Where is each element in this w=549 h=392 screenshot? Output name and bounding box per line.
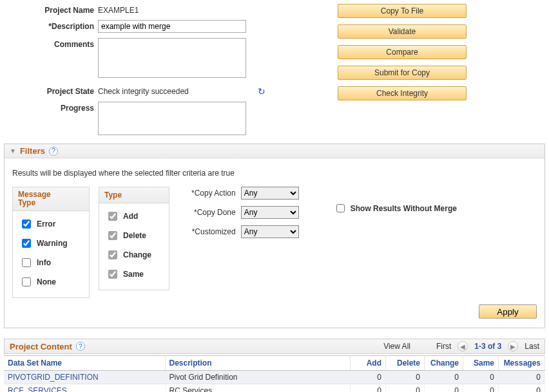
cell-same: 0	[463, 384, 499, 392]
copy-done-label: *Copy Done	[191, 208, 236, 217]
check-integrity-button[interactable]: Check Integrity	[338, 86, 467, 100]
warning-label: Warning	[37, 239, 68, 248]
project-content-section: Project Content ? View All First ◀ 1-3 o…	[4, 339, 545, 392]
same-checkbox[interactable]	[108, 270, 117, 279]
cell-add: 0	[351, 384, 386, 392]
error-label: Error	[37, 219, 55, 229]
cell-description: Pivot Grid Definition	[165, 371, 351, 384]
project-content-title: Project Content	[10, 342, 72, 351]
none-checkbox[interactable]	[22, 277, 31, 286]
comments-textarea[interactable]	[98, 38, 246, 78]
cell-delete: 0	[386, 371, 425, 384]
cell-change: 0	[425, 384, 463, 392]
last-link[interactable]: Last	[525, 342, 539, 351]
show-without-merge-label: Show Results Without Merge	[351, 204, 457, 213]
project-content-table: Data Set Name Description Add Delete Cha…	[4, 355, 545, 392]
grid-nav: View All First ◀ 1-3 of 3 ▶ Last	[383, 341, 539, 351]
cell-delete: 0	[386, 384, 425, 392]
table-row: PIVOTGRID_DEFINITION Pivot Grid Definiti…	[4, 371, 545, 384]
customized-label: *Customized	[191, 227, 236, 236]
next-icon[interactable]: ▶	[508, 341, 518, 351]
show-without-merge-checkbox[interactable]	[336, 204, 345, 212]
cell-messages: 0	[499, 384, 545, 392]
first-link[interactable]: First	[436, 342, 451, 351]
col-delete[interactable]: Delete	[386, 356, 425, 371]
delete-checkbox[interactable]	[108, 231, 117, 240]
warning-checkbox[interactable]	[22, 239, 31, 248]
compare-button[interactable]: Compare	[338, 45, 467, 59]
none-label: None	[37, 277, 56, 286]
comments-label: Comments	[4, 38, 94, 49]
data-set-link[interactable]: PIVOTGRID_DEFINITION	[8, 373, 99, 382]
message-type-panel: MessageType Error Warning Info None	[12, 187, 90, 298]
range-text: 1-3 of 3	[474, 342, 501, 351]
submit-for-copy-button[interactable]: Submit for Copy	[338, 66, 467, 80]
customized-select[interactable]: Any	[241, 225, 299, 238]
col-same[interactable]: Same	[463, 356, 499, 371]
cell-same: 0	[463, 371, 499, 384]
cell-messages: 0	[499, 371, 545, 384]
info-label: Info	[37, 258, 51, 267]
copy-done-select[interactable]: Any	[241, 206, 299, 219]
help-icon[interactable]: ?	[76, 342, 85, 351]
message-type-title: MessageType	[13, 187, 89, 211]
project-state-label: Project State	[4, 85, 94, 96]
type-panel: Type Add Delete Change Same	[99, 187, 169, 290]
same-label: Same	[123, 270, 144, 279]
project-name-value: EXAMPLE1	[98, 4, 253, 15]
add-checkbox[interactable]	[108, 212, 117, 221]
copy-to-file-button[interactable]: Copy To File	[338, 4, 467, 18]
table-row: RCF_SERVICES RC Services 0 0 0 0 0	[4, 384, 545, 392]
delete-label: Delete	[123, 231, 146, 240]
prev-icon[interactable]: ◀	[458, 341, 468, 351]
validate-button[interactable]: Validate	[338, 24, 467, 39]
project-state-value: Check integrity succeeded	[98, 85, 253, 96]
filters-hint: Results will be displayed where the sele…	[12, 169, 537, 178]
filters-title: Filters	[20, 146, 45, 156]
cell-add: 0	[351, 371, 386, 384]
description-label: *Description	[4, 20, 94, 31]
info-checkbox[interactable]	[22, 258, 31, 267]
col-messages[interactable]: Messages	[499, 356, 545, 371]
copy-action-label: *Copy Action	[191, 189, 236, 198]
refresh-icon[interactable]: ↻	[256, 86, 267, 97]
collapse-icon[interactable]: ▼	[10, 147, 16, 154]
col-change[interactable]: Change	[425, 356, 463, 371]
view-all-link[interactable]: View All	[383, 342, 410, 351]
type-title: Type	[99, 187, 169, 203]
change-label: Change	[123, 250, 151, 259]
project-name-label: Project Name	[4, 4, 94, 15]
copy-action-select[interactable]: Any	[241, 187, 299, 200]
progress-textarea[interactable]	[98, 102, 246, 135]
help-icon[interactable]: ?	[49, 147, 58, 156]
apply-button[interactable]: Apply	[479, 304, 537, 319]
col-data-set[interactable]: Data Set Name	[4, 356, 165, 371]
data-set-link[interactable]: RCF_SERVICES	[8, 386, 67, 392]
add-label: Add	[123, 212, 138, 221]
filters-section: ▼ Filters ? Results will be displayed wh…	[4, 144, 545, 328]
col-add[interactable]: Add	[351, 356, 386, 371]
cell-change: 0	[425, 371, 463, 384]
description-input[interactable]	[98, 20, 246, 33]
change-checkbox[interactable]	[108, 250, 117, 259]
cell-description: RC Services	[165, 384, 351, 392]
error-checkbox[interactable]	[22, 219, 31, 229]
col-description[interactable]: Description	[165, 356, 351, 371]
progress-label: Progress	[4, 102, 94, 113]
